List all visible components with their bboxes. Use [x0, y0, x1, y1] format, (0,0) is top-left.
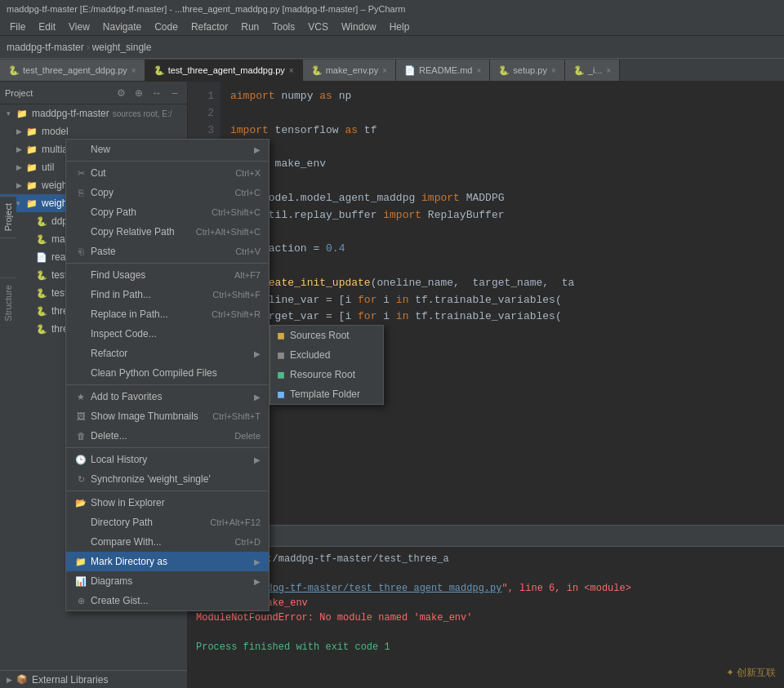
excluded-icon: ◼: [277, 349, 285, 361]
left-tab-project-label[interactable]: Project: [0, 196, 16, 238]
ctx-sep-3: [66, 384, 269, 385]
ctx-mark-directory[interactable]: 📁 Mark Directory as ▶: [66, 552, 269, 571]
file-icon-read: 📄: [36, 252, 49, 263]
code-line-4: [230, 139, 774, 156]
code-line-12: def create_init_update(oneline_name, tar…: [230, 275, 774, 292]
thumb-icon: 🖼: [74, 411, 87, 421]
menu-run[interactable]: Run: [234, 20, 265, 34]
root-folder-icon: 📁: [16, 109, 29, 119]
file-icon-test1: 🐍: [36, 270, 49, 281]
title-bar: maddpg-tf-master [E:/maddpg-tf-master] -…: [0, 0, 784, 18]
ctx-find-usages[interactable]: Find Usages Alt+F7: [66, 265, 269, 285]
file-icon-ddpg: 🐍: [36, 216, 49, 227]
sidebar-expand-icon[interactable]: ↔: [149, 86, 164, 100]
tab-5[interactable]: 🐍 _i... ×: [565, 60, 621, 81]
terminal-line-4: ModuleNotFoundError: No module named 'ma…: [196, 610, 776, 625]
sidebar-close-icon[interactable]: –: [167, 86, 182, 100]
code-line-6: [230, 173, 774, 190]
tree-external[interactable]: ▶ 📦 External Libraries: [0, 670, 187, 688]
menu-navigate[interactable]: Navigate: [96, 20, 148, 34]
file-icon-test2: 🐍: [36, 288, 49, 299]
ctx-clean-compiled[interactable]: Clean Python Compiled Files: [66, 363, 269, 383]
file-path-link[interactable]: E:/maddpg-tf-master/test_three_agent_mad…: [231, 583, 501, 594]
menu-tools[interactable]: Tools: [265, 20, 301, 34]
tab-close-0[interactable]: ×: [131, 66, 136, 75]
tab-close-2[interactable]: ×: [382, 66, 387, 75]
terminal-line-blank2: [196, 625, 776, 640]
submenu-excluded[interactable]: ◼ Excluded: [270, 345, 383, 365]
file-icon-three1: 🐍: [36, 306, 49, 317]
ctx-refactor[interactable]: Refactor ▶: [66, 344, 269, 363]
code-line-3: import tensorflow as tf: [230, 122, 774, 140]
ctx-cut[interactable]: ✂ Cut Ctrl+X: [66, 163, 269, 183]
ctx-add-favorites[interactable]: ★ Add to Favorites ▶: [66, 387, 269, 406]
tab-1[interactable]: 🐍 test_three_agent_maddpg.py ×: [145, 60, 303, 81]
ctx-new[interactable]: New ▶: [66, 140, 269, 159]
menu-help[interactable]: Help: [383, 20, 416, 34]
tree-item-model[interactable]: ▶ 📁 model: [0, 122, 187, 140]
menu-refactor[interactable]: Refactor: [185, 20, 234, 34]
tree-root[interactable]: ▾ 📁 maddpg-tf-master sources root, E:/: [0, 104, 187, 122]
tab-close-1[interactable]: ×: [289, 66, 294, 75]
py-icon-0: 🐍: [8, 65, 20, 76]
tab-close-5[interactable]: ×: [607, 66, 612, 75]
left-tab-structure-label[interactable]: Structure: [0, 277, 16, 328]
code-line-5: import make_env: [230, 156, 774, 173]
title-text: maddpg-tf-master [E:/maddpg-tf-master] -…: [7, 4, 406, 14]
menu-window[interactable]: Window: [335, 20, 383, 34]
tab-close-3[interactable]: ×: [476, 66, 481, 75]
gist-icon: ⊕: [74, 596, 87, 606]
ctx-create-gist[interactable]: ⊕ Create Gist...: [66, 591, 269, 610]
ctx-copy-path[interactable]: Copy Path Ctrl+Shift+C: [66, 202, 269, 222]
sidebar-settings-icon[interactable]: ⚙: [114, 86, 128, 100]
ctx-show-thumbnails[interactable]: 🖼 Show Image Thumbnails Ctrl+Shift+T: [66, 406, 269, 426]
ctx-show-explorer[interactable]: 📂 Show in Explorer: [66, 493, 269, 513]
copy-icon: ⎘: [74, 188, 87, 198]
tab-close-4[interactable]: ×: [551, 66, 556, 75]
menu-edit[interactable]: Edit: [32, 20, 62, 34]
tab-0[interactable]: 🐍 test_three_agent_ddpg.py ×: [0, 60, 145, 81]
ctx-inspect-code[interactable]: Inspect Code...: [66, 324, 269, 344]
ctx-copy[interactable]: ⎘ Copy Ctrl+C: [66, 183, 269, 202]
ctx-compare[interactable]: Compare With... Ctrl+D: [66, 532, 269, 552]
menu-code[interactable]: Code: [148, 20, 185, 34]
ctx-copy-rel-path[interactable]: Copy Relative Path Ctrl+Alt+Shift+C: [66, 222, 269, 242]
ctx-dir-path[interactable]: Directory Path Ctrl+Alt+F12: [66, 513, 269, 532]
folder-icon-model: 📁: [26, 127, 39, 137]
breadcrumb-sub[interactable]: weight_single: [92, 42, 152, 53]
submenu-resource-root[interactable]: ◼ Resource Root: [270, 365, 383, 384]
tab-bar: 🐍 test_three_agent_ddpg.py × 🐍 test_thre…: [0, 59, 784, 82]
sync-icon: ↻: [74, 474, 87, 485]
ctx-synchronize[interactable]: ↻ Synchronize 'weight_single': [66, 469, 269, 489]
ctx-find-in-path[interactable]: Find in Path... Ctrl+Shift+F: [66, 285, 269, 304]
menu-vcs[interactable]: VCS: [301, 20, 335, 34]
py-icon-4: 🐍: [498, 65, 510, 76]
breadcrumb-root[interactable]: maddpg-tf-master: [7, 42, 84, 53]
tab-3[interactable]: 📄 README.md ×: [396, 60, 490, 81]
submenu-sources-root[interactable]: ◼ Sources Root: [270, 326, 383, 345]
fav-icon: ★: [74, 392, 87, 402]
code-line-14: target_var = [i for i in tf.trainable_va…: [230, 308, 774, 326]
ctx-paste[interactable]: ⎗ Paste Ctrl+V: [66, 242, 269, 261]
ctx-local-history[interactable]: 🕒 Local History ▶: [66, 450, 269, 469]
code-line-11: [230, 258, 774, 275]
sidebar-scroll-icon[interactable]: ⊕: [131, 86, 146, 100]
ctx-delete[interactable]: 🗑 Delete... Delete: [66, 426, 269, 446]
mark-dir-icon: 📁: [74, 557, 87, 567]
ctx-sep-1: [66, 161, 269, 162]
tab-4[interactable]: 🐍 setup.py ×: [490, 60, 564, 81]
ctx-diagrams[interactable]: 📊 Diagrams ▶: [66, 571, 269, 591]
template-folder-icon: ◼: [277, 388, 285, 400]
sidebar-title: Project: [5, 88, 110, 98]
code-line-9: [230, 224, 774, 241]
tab-2[interactable]: 🐍 make_env.py ×: [303, 60, 396, 81]
code-line-8: from util.replay_buffer import ReplayBuf…: [230, 207, 774, 224]
menu-file[interactable]: File: [3, 20, 32, 34]
ctx-sep-5: [66, 490, 269, 491]
code-line-7: from model.model_agent_maddpg import MAD…: [230, 190, 774, 207]
menu-view[interactable]: View: [62, 20, 96, 34]
submenu-template-folder[interactable]: ◼ Template Folder: [270, 384, 383, 404]
ctx-replace-in-path[interactable]: Replace in Path... Ctrl+Shift+R: [66, 304, 269, 324]
watermark: ✦ 创新互联: [726, 666, 776, 680]
terminal-line-blank: [196, 566, 776, 581]
